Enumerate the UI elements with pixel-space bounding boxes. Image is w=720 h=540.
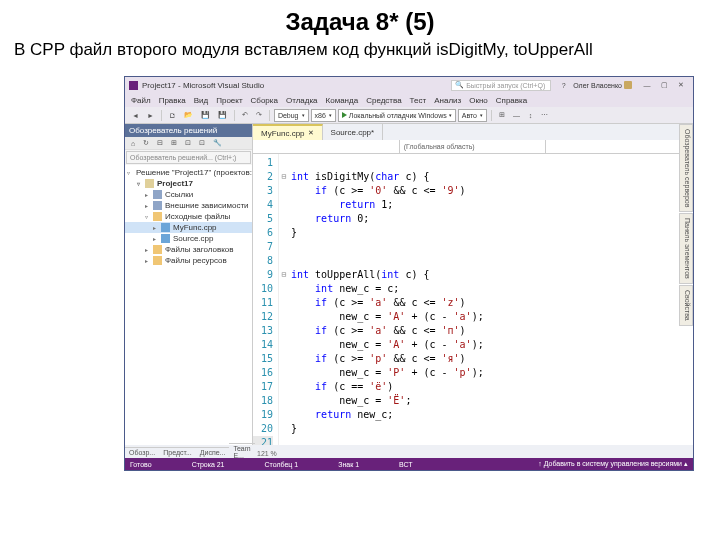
line-numbers: 123456789101112131415161718192021 <box>253 154 279 445</box>
menu-file[interactable]: Файл <box>131 96 151 105</box>
platform-select[interactable]: x86▾ <box>311 109 336 122</box>
solution-search-input[interactable]: Обозреватель решений... (Ctrl+;) <box>126 151 251 164</box>
menu-debug[interactable]: Отладка <box>286 96 318 105</box>
titlebar: Project17 - Microsoft Visual Studio 🔍 Бы… <box>125 77 693 93</box>
code-editor[interactable]: 123456789101112131415161718192021 ⊟ ⊟ in… <box>253 154 693 445</box>
side-tab-server[interactable]: Обозреватель серверов <box>679 124 693 212</box>
node-source-cpp[interactable]: ▸ Source.cpp <box>125 233 252 244</box>
window-title: Project17 - Microsoft Visual Studio <box>142 81 447 90</box>
node-myfunc-cpp[interactable]: ▸ MyFunc.cpp <box>125 222 252 233</box>
menu-view[interactable]: Вид <box>194 96 208 105</box>
tool-btn-4[interactable]: ⋯ <box>538 109 551 122</box>
help-button[interactable]: ? <box>558 80 569 91</box>
status-insert: ВСТ <box>399 461 413 468</box>
menu-edit[interactable]: Правка <box>159 96 186 105</box>
sol-btn6[interactable]: ⊡ <box>196 138 208 149</box>
statusbar: Готово Строка 21 Столбец 1 Знак 1 ВСТ ↑ … <box>125 458 693 470</box>
sol-btn3[interactable]: ⊟ <box>154 138 166 149</box>
menu-analyze[interactable]: Анализ <box>434 96 461 105</box>
node-external[interactable]: ▸ Внешние зависимости <box>125 200 252 211</box>
editor-area: MyFunc.cpp ✕ Source.cpp* (Глобальная обл… <box>253 124 693 445</box>
node-project[interactable]: ▿ Project17 <box>125 178 252 189</box>
btab-1[interactable]: Предст... <box>159 447 196 457</box>
node-sources[interactable]: ▿ Исходные файлы <box>125 211 252 222</box>
node-references[interactable]: ▸ Ссылки <box>125 189 252 200</box>
save-button[interactable]: 💾 <box>198 109 213 122</box>
node-source-label: Source.cpp <box>173 234 213 243</box>
btab-0[interactable]: Обозр... <box>125 447 159 457</box>
play-icon <box>342 112 347 118</box>
node-sources-label: Исходные файлы <box>165 212 230 221</box>
close-button[interactable]: ✕ <box>673 80 689 91</box>
tool-btn-1[interactable]: ⊞ <box>496 109 508 122</box>
sol-btn4[interactable]: ⊞ <box>168 138 180 149</box>
solution-explorer: Обозреватель решений ⌂ ↻ ⊟ ⊞ ⊡ ⊡ 🔧 Обозр… <box>125 124 253 445</box>
add-to-scc-button[interactable]: ↑ Добавить в систему управления версиями… <box>538 460 688 468</box>
config-select[interactable]: Debug▾ <box>274 109 309 122</box>
mode-select[interactable]: Авто▾ <box>458 109 487 122</box>
node-solution[interactable]: ▿ Решение "Project17" (проектов: 1) <box>125 167 252 178</box>
side-tab-toolbox[interactable]: Панель элементов <box>679 213 693 284</box>
node-solution-label: Решение "Project17" (проектов: 1) <box>136 168 252 177</box>
tab-source[interactable]: Source.cpp* <box>323 124 384 140</box>
vs-logo-icon <box>129 81 138 90</box>
sol-btn5[interactable]: ⊡ <box>182 138 194 149</box>
quick-launch-input[interactable]: 🔍 Быстрый запуск (Ctrl+Q) <box>451 80 551 91</box>
node-references-label: Ссылки <box>165 190 193 199</box>
tab-source-label: Source.cpp* <box>331 128 375 137</box>
sol-wrench-button[interactable]: 🔧 <box>210 138 225 149</box>
quick-launch-placeholder: Быстрый запуск (Ctrl+Q) <box>466 82 545 89</box>
menubar: Файл Правка Вид Проект Сборка Отладка Ко… <box>125 93 693 107</box>
menu-window[interactable]: Окно <box>469 96 488 105</box>
zoom-level[interactable]: 121 % <box>253 449 281 458</box>
menu-test[interactable]: Тест <box>410 96 427 105</box>
tab-myfunc-label: MyFunc.cpp <box>261 129 305 138</box>
btab-2[interactable]: Диспе... <box>196 447 230 457</box>
slide-subtitle: В CPP файл второго модуля вставляем код … <box>0 40 720 68</box>
tool-btn-2[interactable]: — <box>510 109 523 122</box>
node-headers[interactable]: ▸ Файлы заголовков <box>125 244 252 255</box>
project-icon <box>145 179 154 188</box>
nav-combo-left[interactable] <box>253 140 400 153</box>
nav-combo-mid[interactable]: (Глобальная область) <box>400 140 547 153</box>
side-tab-props[interactable]: Свойства <box>679 285 693 326</box>
redo-button[interactable]: ↷ <box>253 109 265 122</box>
menu-tools[interactable]: Средства <box>366 96 401 105</box>
solution-tree: ▿ Решение "Project17" (проектов: 1) ▿ Pr… <box>125 165 252 445</box>
node-headers-label: Файлы заголовков <box>165 245 234 254</box>
fold-margin[interactable]: ⊟ ⊟ <box>279 154 289 445</box>
tab-myfunc[interactable]: MyFunc.cpp ✕ <box>253 124 323 140</box>
folder-icon <box>153 245 162 254</box>
account-name: Олег Власенко <box>573 82 622 89</box>
menu-project[interactable]: Проект <box>216 96 242 105</box>
external-icon <box>153 201 162 210</box>
account-label[interactable]: Олег Власенко <box>573 81 632 89</box>
menu-build[interactable]: Сборка <box>251 96 278 105</box>
status-col: Столбец 1 <box>265 461 299 468</box>
sol-home-button[interactable]: ⌂ <box>128 138 138 149</box>
node-resources-label: Файлы ресурсов <box>165 256 227 265</box>
menu-team[interactable]: Команда <box>326 96 359 105</box>
menu-help[interactable]: Справка <box>496 96 527 105</box>
node-external-label: Внешние зависимости <box>165 201 249 210</box>
toolbar: ◄ ► 🗋 📂 💾 💾 ↶ ↷ Debug▾ x86▾ Локальный от… <box>125 107 693 124</box>
avatar-icon <box>624 81 632 89</box>
node-resources[interactable]: ▸ Файлы ресурсов <box>125 255 252 266</box>
code-lines[interactable]: int isDigitMy(char c) { if (c >= '0' && … <box>289 154 693 445</box>
new-file-button[interactable]: 🗋 <box>166 109 179 122</box>
nav-fwd-button[interactable]: ► <box>144 109 157 122</box>
close-tab-icon[interactable]: ✕ <box>308 129 314 137</box>
nav-combo-right[interactable] <box>546 140 693 153</box>
nav-bar: (Глобальная область) <box>253 140 693 154</box>
sol-refresh-button[interactable]: ↻ <box>140 138 152 149</box>
saveall-button[interactable]: 💾 <box>215 109 230 122</box>
tool-btn-3[interactable]: ↕ <box>525 109 536 122</box>
start-debug-button[interactable]: Локальный отладчик Windows ▾ <box>338 109 456 122</box>
solution-toolbar: ⌂ ↻ ⊟ ⊞ ⊡ ⊡ 🔧 <box>125 137 252 150</box>
maximize-button[interactable]: ▢ <box>656 80 672 91</box>
open-button[interactable]: 📂 <box>181 109 196 122</box>
minimize-button[interactable]: — <box>639 80 655 91</box>
editor-tabs: MyFunc.cpp ✕ Source.cpp* <box>253 124 693 140</box>
nav-back-button[interactable]: ◄ <box>129 109 142 122</box>
undo-button[interactable]: ↶ <box>239 109 251 122</box>
